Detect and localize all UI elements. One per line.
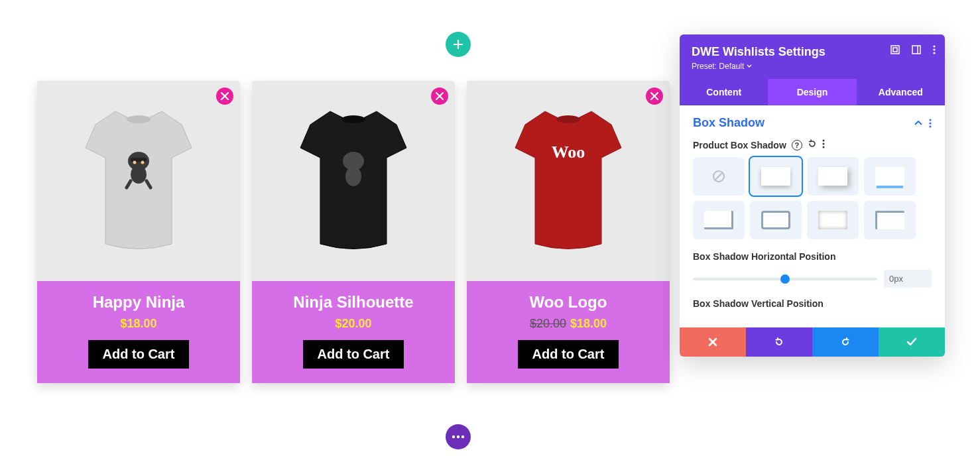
svg-point-23 (929, 125, 931, 127)
remove-product-button[interactable] (216, 87, 233, 105)
close-icon (436, 92, 444, 100)
remove-product-button[interactable] (646, 87, 663, 105)
svg-point-22 (929, 122, 931, 124)
product-title: Woo Logo (475, 293, 662, 312)
panel-actions (680, 327, 945, 357)
product-info: Ninja Silhouette $20.00 Add to Cart (252, 281, 455, 383)
add-to-cart-button[interactable]: Add to Cart (518, 340, 619, 369)
kebab-icon[interactable] (929, 119, 932, 128)
preset-label: Preset: Default (692, 62, 744, 71)
chevron-down-icon (747, 64, 752, 68)
svg-rect-15 (893, 48, 897, 52)
shadow-preset[interactable] (750, 201, 802, 239)
tab-advanced[interactable]: Advanced (857, 79, 945, 105)
cancel-button[interactable] (680, 327, 746, 357)
option-label: Product Box Shadow (693, 140, 786, 150)
shadow-preset[interactable] (807, 157, 859, 196)
svg-rect-14 (891, 46, 899, 54)
tshirt-image (69, 105, 208, 257)
svg-point-26 (822, 146, 824, 148)
product-card: Happy Ninja $18.00 Add to Cart (37, 81, 240, 383)
svg-point-21 (929, 119, 931, 121)
option-more-button[interactable] (822, 139, 825, 150)
product-price: $20.00 (260, 317, 447, 331)
more-button[interactable] (933, 45, 936, 54)
check-icon (906, 337, 917, 347)
svg-point-0 (127, 115, 151, 123)
shadow-none[interactable] (693, 157, 745, 196)
horizontal-slider-row: 0px (693, 270, 932, 288)
section-title: Box Shadow (693, 116, 765, 130)
snap-button[interactable] (912, 45, 921, 54)
preset-dropdown[interactable]: Preset: Default (692, 62, 933, 71)
option-label-row: Product Box Shadow ? (693, 139, 932, 150)
tshirt-image: Woo (499, 105, 638, 257)
svg-rect-16 (912, 46, 920, 54)
product-image (252, 81, 455, 281)
expand-button[interactable] (890, 45, 900, 54)
product-price: $20.00$18.00 (475, 317, 662, 331)
undo-icon (808, 139, 817, 148)
help-button[interactable]: ? (792, 140, 802, 150)
product-title: Ninja Silhouette (260, 293, 447, 312)
svg-point-11 (452, 435, 455, 438)
section-header[interactable]: Box Shadow (693, 116, 932, 130)
product-info: Woo Logo $20.00$18.00 Add to Cart (467, 281, 670, 383)
svg-text:Woo: Woo (552, 143, 585, 162)
svg-point-18 (933, 45, 935, 47)
horizontal-position-label: Box Shadow Horizontal Position (693, 251, 932, 262)
svg-point-13 (461, 435, 464, 438)
redo-button[interactable] (812, 327, 879, 357)
expand-icon (890, 45, 900, 54)
add-module-button[interactable] (446, 32, 471, 57)
close-icon (221, 92, 229, 100)
undo-icon (774, 337, 784, 347)
none-icon (711, 169, 726, 184)
header-actions (890, 45, 936, 54)
svg-line-28 (715, 172, 723, 180)
kebab-icon (933, 45, 936, 54)
slider-thumb[interactable] (780, 274, 790, 284)
svg-point-3 (131, 165, 147, 184)
redo-icon (840, 337, 851, 347)
svg-point-20 (933, 52, 935, 54)
svg-point-8 (345, 166, 361, 186)
shadow-preset[interactable] (693, 201, 745, 239)
shadow-preset[interactable] (750, 157, 802, 196)
svg-point-12 (457, 435, 459, 438)
panel-header: DWE Wishlists Settings Preset: Default (680, 34, 945, 79)
kebab-icon (822, 139, 825, 148)
svg-point-19 (933, 48, 935, 50)
ellipsis-icon (452, 435, 465, 439)
reset-button[interactable] (808, 139, 817, 150)
add-to-cart-button[interactable]: Add to Cart (88, 340, 190, 369)
remove-product-button[interactable] (431, 87, 448, 105)
panel-body: Box Shadow Product Box Shadow ? Box Shad… (680, 105, 945, 357)
product-image: Woo (467, 81, 670, 281)
svg-point-5 (141, 161, 145, 164)
close-icon (650, 92, 658, 100)
chevron-up-icon[interactable] (914, 121, 922, 126)
shadow-preset[interactable] (864, 157, 916, 196)
tab-content[interactable]: Content (680, 79, 768, 105)
add-to-cart-button[interactable]: Add to Cart (303, 340, 404, 369)
svg-point-6 (341, 115, 365, 123)
horizontal-slider[interactable] (693, 278, 877, 280)
horizontal-value-input[interactable]: 0px (884, 270, 932, 288)
tshirt-image (284, 105, 423, 257)
product-price: $18.00 (45, 317, 232, 331)
shadow-preset[interactable] (864, 201, 916, 239)
tab-design[interactable]: Design (768, 79, 856, 105)
save-button[interactable] (879, 327, 945, 357)
svg-point-4 (133, 161, 137, 164)
shadow-preset[interactable] (807, 201, 859, 239)
shadow-presets (693, 157, 932, 239)
product-card: Ninja Silhouette $20.00 Add to Cart (252, 81, 455, 383)
undo-button[interactable] (746, 327, 812, 357)
svg-point-24 (822, 140, 824, 142)
svg-point-25 (822, 143, 824, 145)
panel-icon (912, 45, 921, 54)
page-actions-button[interactable] (446, 424, 471, 449)
product-title: Happy Ninja (45, 293, 232, 312)
svg-rect-2 (131, 158, 147, 162)
